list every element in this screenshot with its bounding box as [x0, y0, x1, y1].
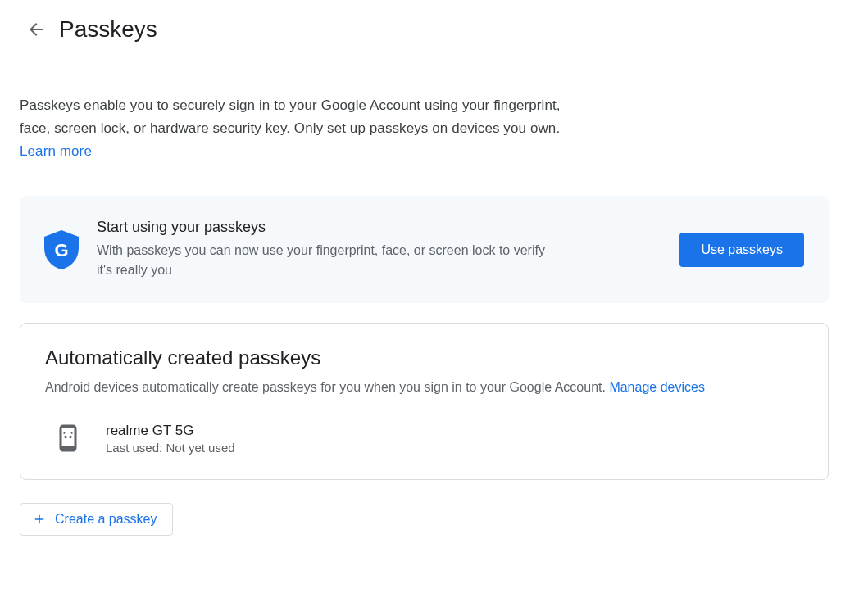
promo-card: G Start using your passkeys With passkey…: [20, 196, 829, 303]
device-name: realme GT 5G: [106, 423, 235, 439]
svg-point-1: [64, 436, 66, 438]
use-passkeys-button[interactable]: Use passkeys: [679, 233, 804, 267]
svg-text:G: G: [54, 240, 68, 260]
auto-desc-body: Android devices automatically create pas…: [45, 380, 609, 394]
create-passkey-button[interactable]: Create a passkey: [20, 503, 173, 536]
arrow-left-icon: [26, 20, 46, 39]
back-button[interactable]: [20, 13, 52, 46]
phone-android-icon: [53, 422, 83, 455]
intro-body: Passkeys enable you to securely sign in …: [20, 97, 561, 136]
shield-icon: G: [44, 230, 79, 269]
learn-more-link[interactable]: Learn more: [20, 143, 92, 159]
device-last-used: Last used: Not yet used: [106, 441, 235, 455]
create-passkey-label: Create a passkey: [55, 512, 157, 527]
auto-passkeys-card: Automatically created passkeys Android d…: [20, 323, 829, 480]
svg-point-2: [69, 436, 71, 438]
promo-description: With passkeys you can now use your finge…: [97, 241, 556, 280]
auto-title: Automatically created passkeys: [45, 346, 803, 369]
plus-icon: [32, 512, 47, 527]
manage-devices-link[interactable]: Manage devices: [609, 380, 705, 394]
page-title: Passkeys: [59, 16, 157, 43]
auto-description: Android devices automatically create pas…: [45, 378, 803, 397]
promo-title: Start using your passkeys: [97, 219, 661, 236]
device-row: realme GT 5G Last used: Not yet used: [45, 422, 803, 455]
intro-text: Passkeys enable you to securely sign in …: [20, 94, 577, 163]
